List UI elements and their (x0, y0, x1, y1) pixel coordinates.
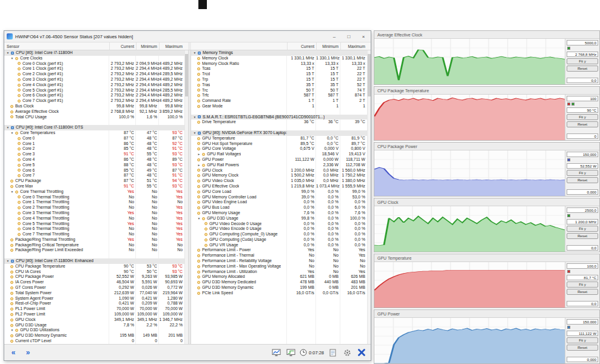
section-header-row[interactable]: ▾CPU [#0]: Intel Core i7-11800H: DTS (4, 125, 184, 130)
collapse-arrow-icon[interactable]: ▾ (10, 189, 14, 195)
close-sensors-button[interactable] (356, 346, 368, 359)
sensor-row[interactable]: GPU Computing (Compute_0) Usage0,0 %0,0 … (191, 232, 367, 237)
sensor-row[interactable]: ▸GPU Rail Voltages18,546 V19,413 V (191, 152, 367, 157)
sensor-row[interactable]: GPU D3D Memory Dynamic195 MB149 MB201 MB (4, 333, 184, 339)
sensor-row[interactable]: GPU Memory Allocated621 MB0 MB626 MB (191, 274, 367, 280)
section-header-row[interactable]: ▾GPU [#0]: NVIDIA GeForce RTX 3070 Lapto… (191, 130, 367, 136)
expand-arrow-icon[interactable]: ▸ (197, 152, 201, 157)
graph-plot[interactable] (374, 150, 565, 196)
sensor-row[interactable]: Core 1 Clock (perf #1)2 793,2 MHz2 294,4… (4, 66, 184, 72)
graph-plot[interactable] (374, 206, 565, 252)
sensor-row[interactable]: Tcas15 T15 T22 T (191, 66, 367, 72)
sensor-row[interactable]: Core 087 °C48 °C87 °C (4, 136, 184, 141)
shrink-columns-button[interactable]: « (7, 346, 19, 359)
sensor-row[interactable]: GPU Video Decode 0 Usage0,0 %0,0 %0,0 % (191, 221, 367, 227)
sensor-row[interactable]: Trcd15 T15 T22 T (191, 72, 367, 77)
collapse-arrow-icon[interactable]: ▾ (197, 216, 201, 221)
sensor-row[interactable]: GPU Computing (Cuda) Usage0,0 %0,0 %0,0 … (191, 237, 367, 243)
graph-title[interactable]: GPU Clock (374, 198, 599, 206)
reset-button[interactable]: Reset (567, 121, 598, 127)
sensor-row[interactable]: Core 391 °C55 °C93 °C (4, 152, 184, 157)
sensor-row[interactable]: Total System Power212,639 W77,040 W219,9… (4, 291, 184, 296)
sensor-row[interactable]: GPU Clock1 200,0 MHz0,0 MHz1 560,0 MHz (191, 168, 367, 174)
section-header-row[interactable]: ▾CPU [#0]: Intel Core i7-11800H (4, 50, 184, 56)
sensor-row[interactable]: PL2 Power Limit109,000 W109,000 W109,000… (4, 312, 184, 317)
logging-start-button[interactable] (326, 346, 339, 359)
window-titlebar[interactable]: HWiNFO64 v7.06-4500 Sensor Status [207 v… (4, 31, 371, 42)
minimize-button[interactable]: – (327, 31, 342, 42)
column-header-current-2[interactable]: Current (287, 42, 316, 50)
reset-button[interactable]: Reset (567, 233, 598, 239)
sensor-row[interactable]: Core 186 °C48 °C92 °C (4, 141, 184, 147)
sensor-row[interactable]: GPU D3D Memory Dedicated478 MB440 MB483 … (191, 280, 367, 285)
sensor-row[interactable]: ▾Core Thermal ThrottlingYesNoYes (4, 189, 184, 195)
sensor-row[interactable]: CPU Package Temperature90 °C53 °C93 °C (4, 264, 184, 269)
sensor-row[interactable]: Package/Ring Critical TemperatureNoNoNo (4, 243, 184, 248)
sensor-row[interactable]: GPU D3D Memory Dynamic199 MB0 MB201 MB (191, 285, 367, 291)
sensor-row[interactable]: GPU Video Clock1 035,0 MHz0,0 MHz1 380,0… (191, 178, 367, 184)
sensor-row[interactable]: Core 4 Clock (perf #1)2 793,2 MHz2 294,4… (4, 83, 184, 88)
collapse-arrow-icon[interactable]: ▾ (10, 130, 14, 136)
configure-sensors-button[interactable] (341, 346, 353, 359)
graph-title[interactable]: GPU Power (374, 310, 599, 318)
sensor-row[interactable]: GPU Core Voltage0,675 V0,000 V0,800 V (191, 146, 367, 152)
sensor-row[interactable]: Gear Mode111 (191, 104, 367, 109)
column-header-minimum[interactable]: Minimum (136, 42, 159, 50)
fit-y-button[interactable]: Fit y (567, 114, 598, 120)
sensor-row[interactable]: GPU Clock349,1 MHz349,1 MHz1 346,7 MHz (4, 317, 184, 323)
column-header-maximum-2[interactable]: Maximum (340, 42, 367, 50)
sensor-row[interactable]: Core 5 Clock (perf #1)2 793,2 MHz2 294,4… (4, 88, 184, 93)
sensor-row[interactable]: PL1 Power Limit70,000 W70,000 W70,000 W (4, 306, 184, 312)
sensor-row[interactable]: Core 3 Clock (perf #1)2 793,2 MHz2 294,4… (4, 77, 184, 83)
column-header-sensor[interactable]: Sensor (4, 42, 109, 50)
collapse-arrow-icon[interactable]: ▾ (6, 258, 10, 264)
sensor-row[interactable]: Core 2 Thermal ThrottlingNoNoYes (4, 205, 184, 211)
sensor-row[interactable]: Core 6 Thermal ThrottlingNoNoYes (4, 226, 184, 232)
sensor-row[interactable]: Core 5 Thermal ThrottlingYesNoYes (4, 221, 184, 227)
expand-columns-button[interactable]: » (22, 346, 34, 359)
collapse-arrow-icon[interactable]: ▾ (193, 50, 197, 56)
sensor-row[interactable]: Performance Limit - UtilizationYesNoYes (191, 269, 367, 275)
sensor-row[interactable]: Package/Ring Thermal ThrottlingYesNoYes (4, 237, 184, 243)
graph-title[interactable]: CPU Package Temperature (374, 87, 599, 95)
sensor-row[interactable]: Performance Limit - Max Operating Voltag… (191, 264, 367, 269)
graph-plot[interactable] (374, 318, 565, 363)
graph-title[interactable]: GPU Temperature (374, 254, 599, 262)
column-header-maximum[interactable]: Maximum (159, 42, 184, 50)
collapse-arrow-icon[interactable]: ▾ (193, 130, 197, 136)
tray-monitor-button[interactable] (285, 346, 297, 359)
sensor-row[interactable]: GPU D3D Usage7,8 %2,2 %22,2 % (4, 323, 184, 328)
scrollbar-thumb[interactable] (368, 54, 371, 96)
fit-y-button[interactable]: Fit y (567, 226, 598, 232)
sensor-row[interactable]: Trc50 T50 T74 T (191, 88, 367, 93)
sensor-row[interactable]: Total CPU Usage100,0 %1,6 %100,0 % (4, 115, 184, 120)
collapse-arrow-icon[interactable]: ▾ (193, 115, 197, 120)
graph-title[interactable]: Average Effective Clock (374, 31, 599, 39)
sensor-row[interactable]: Core 6 Clock (perf #1)2 793,2 MHz2 294,4… (4, 93, 184, 98)
sensor-row[interactable]: Trfc587 T587 T874 T (191, 93, 367, 98)
sensor-row[interactable]: CPU IA Cores90 °C50 °C93 °C (4, 269, 184, 275)
expand-arrow-icon[interactable]: ▸ (197, 163, 201, 168)
sensor-row[interactable]: GPU Memory Usage7,6 %0,0 %7,6 % (191, 211, 367, 216)
sensor-row[interactable]: GPU Core Load99,0 %0,0 %99,0 % (191, 189, 367, 195)
sensor-row[interactable]: Command Rate1 T1 T2 T (191, 98, 367, 104)
column-header-current[interactable]: Current (109, 42, 136, 50)
sensor-row[interactable]: Current cTDP Level000 (4, 339, 184, 344)
graph-title[interactable]: CPU Package Power (374, 143, 599, 150)
sensor-row[interactable]: Core 2 Clock (perf #1)2 793,2 MHz2 294,4… (4, 72, 184, 77)
left-panel-scrollbar[interactable] (184, 50, 188, 344)
graph-plot[interactable] (374, 39, 565, 84)
sensor-row[interactable]: CPU Package87 °C51 °C94 °C (4, 178, 184, 184)
sensor-row[interactable]: Core Max91 °C55 °C93 °C (4, 184, 184, 189)
sensor-row[interactable]: GPU Power111,122 W0,000 W118,711 W (191, 157, 367, 163)
sensor-row[interactable]: Core 3 Thermal ThrottlingYesNoYes (4, 211, 184, 216)
sensor-row[interactable]: Core 0 Thermal ThrottlingNoNoYes (4, 195, 184, 200)
maximize-button[interactable]: □ (342, 31, 356, 42)
close-window-button[interactable]: × (356, 31, 371, 42)
sensor-row[interactable]: Core 588 °C48 °C93 °C (4, 163, 184, 168)
graph-plot[interactable] (374, 262, 565, 308)
fit-y-button[interactable]: Fit y (567, 58, 598, 64)
sensor-row[interactable]: Package/Ring Power Limit ExceededNoNoNo (4, 248, 184, 253)
sensor-row[interactable]: GPU Video Encode 0 Usage0,0 %0,0 %0,0 % (191, 226, 367, 232)
column-header-minimum-2[interactable]: Minimum (316, 42, 340, 50)
